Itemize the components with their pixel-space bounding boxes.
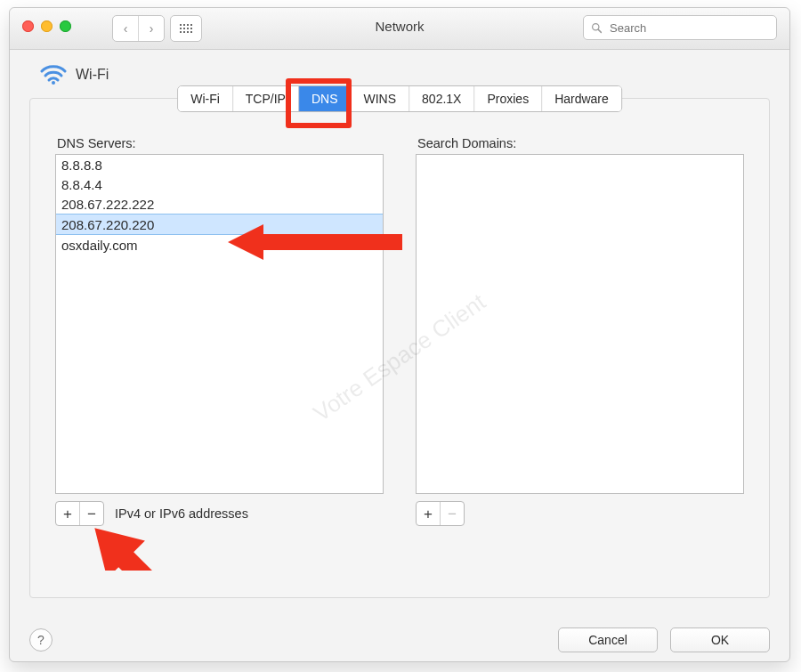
- dns-item-selected[interactable]: 208.67.220.220: [56, 214, 383, 235]
- dns-item[interactable]: osxdaily.com: [56, 235, 383, 255]
- connection-name: Wi-Fi: [76, 67, 109, 83]
- cancel-button[interactable]: Cancel: [558, 627, 658, 652]
- tab-wifi[interactable]: Wi-Fi: [178, 86, 232, 111]
- dns-footbar: + − IPv4 or IPv6 addresses: [55, 501, 384, 526]
- tab-tcpip[interactable]: TCP/IP: [232, 86, 298, 111]
- tab-proxies[interactable]: Proxies: [473, 86, 541, 111]
- dns-item[interactable]: 8.8.4.4: [56, 174, 383, 194]
- actions: Cancel OK: [558, 627, 770, 652]
- tab-wins[interactable]: WINS: [351, 86, 409, 111]
- dns-servers-list[interactable]: 8.8.8.8 8.8.4.4 208.67.222.222 208.67.22…: [55, 154, 384, 494]
- domains-remove-button[interactable]: −: [440, 502, 464, 525]
- dns-pm: + −: [55, 501, 104, 526]
- tab-dns[interactable]: DNS: [298, 86, 351, 111]
- dns-remove-button[interactable]: −: [79, 502, 103, 525]
- dns-add-button[interactable]: +: [56, 502, 79, 525]
- search-domains-label: Search Domains:: [417, 136, 744, 150]
- settings-panel: Wi-Fi TCP/IP DNS WINS 802.1X Proxies Har…: [29, 98, 770, 598]
- search-input[interactable]: [608, 20, 745, 36]
- tab-8021x[interactable]: 802.1X: [409, 86, 473, 111]
- search-icon: [591, 22, 603, 34]
- bottom-row: ? Cancel OK: [10, 627, 789, 652]
- svg-point-2: [52, 81, 55, 85]
- domains-footbar: + −: [416, 501, 744, 526]
- dns-item[interactable]: 8.8.8.8: [56, 155, 383, 174]
- dns-footer-label: IPv4 or IPv6 addresses: [115, 506, 248, 521]
- wifi-icon: [40, 64, 67, 85]
- dns-column: DNS Servers: 8.8.8.8 8.8.4.4 208.67.222.…: [55, 136, 384, 526]
- help-button[interactable]: ?: [29, 628, 53, 652]
- domains-pm: + −: [416, 501, 465, 526]
- search-domains-list[interactable]: [416, 154, 744, 494]
- dns-item[interactable]: 208.67.222.222: [56, 194, 383, 214]
- window-body: Wi-Fi Wi-Fi TCP/IP DNS WINS 802.1X Proxi…: [10, 50, 789, 598]
- search-field[interactable]: [583, 15, 777, 40]
- tab-hardware[interactable]: Hardware: [541, 86, 621, 111]
- titlebar: ‹ › Network: [10, 8, 789, 50]
- svg-line-1: [598, 29, 601, 32]
- ok-button[interactable]: OK: [670, 627, 770, 652]
- tabbar: Wi-Fi TCP/IP DNS WINS 802.1X Proxies Har…: [177, 85, 622, 112]
- network-window: ‹ › Network: [9, 7, 790, 662]
- columns: DNS Servers: 8.8.8.8 8.8.4.4 208.67.222.…: [30, 99, 769, 526]
- domains-column: Search Domains: + −: [416, 136, 744, 526]
- domains-add-button[interactable]: +: [417, 502, 440, 525]
- dns-servers-label: DNS Servers:: [57, 136, 384, 150]
